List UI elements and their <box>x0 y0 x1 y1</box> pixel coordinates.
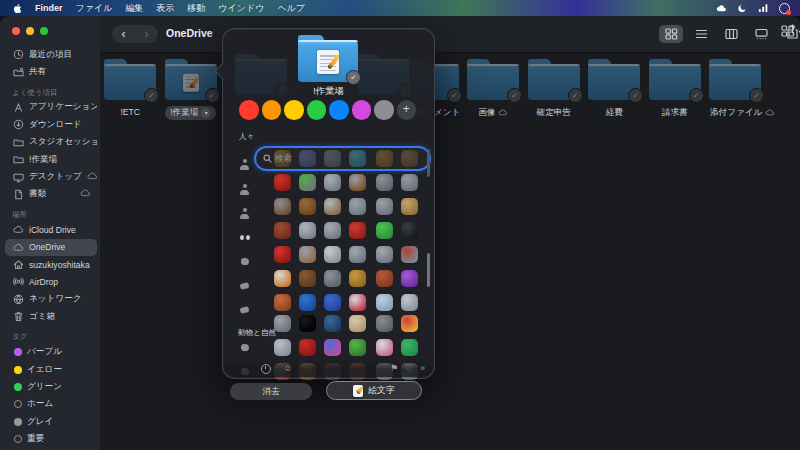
magnet-emoji[interactable] <box>349 222 366 239</box>
balance-scale-emoji[interactable] <box>376 150 393 167</box>
gallery-view-button[interactable] <box>749 25 773 43</box>
alembic-emoji[interactable] <box>376 294 393 311</box>
sidebar-item--[interactable]: 書類 <box>5 186 97 203</box>
signal-icon[interactable] <box>758 3 769 13</box>
moon-icon[interactable] <box>737 3 748 13</box>
pointing-hand-icon[interactable] <box>238 303 251 316</box>
stethoscope-emoji[interactable] <box>376 315 393 332</box>
shield-emoji[interactable] <box>401 246 418 263</box>
kitchen-knife-emoji[interactable] <box>324 246 341 263</box>
sidebar-item--[interactable]: ダウンロード <box>5 116 97 133</box>
tag-color-4[interactable] <box>329 100 349 120</box>
menu-item-1[interactable]: ファイル <box>76 2 113 15</box>
sidebar-item-suzukiyoshitaka[interactable]: suzukiyoshitaka <box>5 256 97 273</box>
chains-emoji[interactable] <box>299 222 316 239</box>
folder-icon[interactable]: ✓ <box>165 64 217 100</box>
fallen-leaf-icon[interactable] <box>238 341 251 354</box>
folder-item[interactable]: ✓!作業場▾ <box>161 59 222 120</box>
axe-emoji[interactable] <box>299 246 316 263</box>
tag-color-0[interactable] <box>239 100 259 120</box>
forward-button[interactable]: › <box>145 27 149 41</box>
ladder-emoji[interactable] <box>401 150 418 167</box>
add-tag-color-button[interactable]: + <box>397 100 417 120</box>
sidebar-item--[interactable]: パープル <box>5 343 97 360</box>
x-ray-emoji[interactable] <box>324 315 341 332</box>
broken-chain-emoji[interactable] <box>324 222 341 239</box>
tag-color-6[interactable] <box>374 100 394 120</box>
gear-emoji[interactable] <box>376 198 393 215</box>
cigarette-emoji[interactable] <box>274 270 291 287</box>
scrollbar-thumb[interactable] <box>427 253 431 287</box>
crossed-swords-emoji[interactable] <box>376 246 393 263</box>
wrench-emoji[interactable] <box>324 174 341 191</box>
tag-color-5[interactable] <box>352 100 372 120</box>
bust-in-silhouette-icon[interactable] <box>238 158 251 171</box>
hole-emoji[interactable] <box>299 315 316 332</box>
menu-item-5[interactable]: ウインドウ <box>218 2 264 15</box>
hammer-and-pick-emoji[interactable] <box>376 174 393 191</box>
symbols-category-icon[interactable]: ♡ <box>405 363 413 373</box>
folder-item[interactable]: ✓添付ファイル <box>705 59 766 120</box>
microscope-emoji[interactable] <box>274 315 291 332</box>
sidebar-item--[interactable]: グレイ <box>5 413 97 430</box>
scrollbar-thumb-top[interactable] <box>427 149 431 177</box>
zoom-button[interactable] <box>40 27 48 35</box>
tag-color-2[interactable] <box>284 100 304 120</box>
pick-emoji[interactable] <box>274 198 291 215</box>
sidebar-item--[interactable]: ゴミ箱 <box>5 308 97 325</box>
screwdriver-emoji[interactable] <box>299 174 316 191</box>
smileys-category-icon[interactable]: ☺ <box>283 363 292 373</box>
id-card-emoji[interactable] <box>324 150 341 167</box>
mouse-trap-emoji[interactable] <box>401 198 418 215</box>
person-standing-icon[interactable] <box>238 183 251 196</box>
person-walking-icon[interactable] <box>238 207 251 220</box>
barber-pole-emoji[interactable] <box>349 294 366 311</box>
syringe-emoji[interactable] <box>274 339 291 356</box>
hammer-and-wrench-emoji[interactable] <box>401 174 418 191</box>
credit-card-emoji[interactable] <box>299 150 316 167</box>
more-categories-icon[interactable]: » <box>420 363 425 373</box>
list-view-button[interactable] <box>689 25 713 43</box>
microbe-emoji[interactable] <box>349 339 366 356</box>
clear-button[interactable]: 消去 <box>230 383 312 400</box>
sidebar-item--[interactable]: ネットワーク <box>5 291 97 308</box>
folder-icon[interactable]: ✓ <box>467 64 519 100</box>
folder-icon[interactable]: ✓ <box>104 64 156 100</box>
sidebar-item--[interactable]: グリーン <box>5 378 97 395</box>
folder-icon[interactable]: ✓ <box>528 64 580 100</box>
minimize-button[interactable] <box>26 27 34 35</box>
folder-item[interactable]: ✓画像 <box>463 59 524 120</box>
sidebar-item-airdrop[interactable]: AirDrop <box>5 273 97 290</box>
recents-category-icon[interactable] <box>261 364 271 374</box>
sidebar-item--[interactable]: 最近の項目 <box>5 46 97 63</box>
headstone-emoji[interactable] <box>324 270 341 287</box>
dagger-emoji[interactable] <box>349 246 366 263</box>
sidebar-item--[interactable]: 重要 <box>5 430 97 447</box>
water-pistol-emoji[interactable] <box>376 222 393 239</box>
dna-emoji[interactable] <box>324 339 341 356</box>
coffin-emoji[interactable] <box>299 270 316 287</box>
sidebar-item--[interactable]: ホーム <box>5 396 97 413</box>
shovel-emoji[interactable] <box>299 198 316 215</box>
grid-view-button[interactable] <box>659 25 683 43</box>
menu-item-3[interactable]: 表示 <box>156 2 174 15</box>
telescope-emoji[interactable] <box>401 294 418 311</box>
sync-alert-icon[interactable] <box>779 3 790 14</box>
thumbs-down-icon[interactable] <box>238 279 251 292</box>
blood-drop-emoji[interactable] <box>299 339 316 356</box>
emoji-tab-button[interactable]: 絵文字 <box>326 381 422 400</box>
test-tube-emoji[interactable] <box>401 339 418 356</box>
tag-color-1[interactable] <box>262 100 282 120</box>
preview-folder-icon[interactable]: ✓ <box>298 40 358 82</box>
share-button[interactable] <box>786 24 800 43</box>
carpentry-saw-emoji[interactable] <box>324 198 341 215</box>
sidebar-item--[interactable]: スタジオセッション <box>5 134 97 151</box>
funeral-urn-emoji[interactable] <box>349 270 366 287</box>
tag-color-3[interactable] <box>307 100 327 120</box>
folder-item[interactable]: ✓請求書 <box>645 59 706 120</box>
hammer-emoji[interactable] <box>349 174 366 191</box>
bricks-emoji[interactable] <box>274 222 291 239</box>
ear-icon[interactable] <box>238 255 251 268</box>
menu-item-6[interactable]: ヘルプ <box>277 2 305 15</box>
back-button[interactable]: ‹ <box>122 27 126 41</box>
